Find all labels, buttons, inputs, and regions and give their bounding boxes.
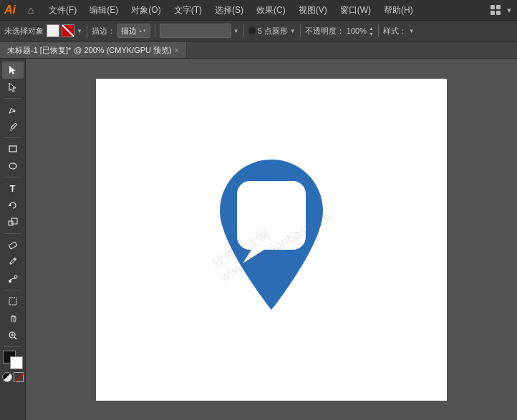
width-section: ▼ (160, 24, 239, 38)
tool-rectangle[interactable] (2, 140, 24, 157)
svg-point-3 (13, 110, 15, 112)
width-dropdown-arrow[interactable]: ▼ (233, 28, 239, 34)
tool-rotate[interactable] (2, 197, 24, 214)
svg-rect-6 (9, 146, 16, 152)
tab-title: 未标题-1 [已恢复]* (7, 45, 71, 56)
tool-separator-3 (4, 177, 21, 177)
menu-edit[interactable]: 编辑(E) (84, 3, 124, 18)
tool-separator-4 (4, 233, 21, 234)
svg-rect-4 (11, 123, 16, 129)
title-bar: Ai ⌂ 文件(F) 编辑(E) 对象(O) 文字(T) 选择(S) 效果(C)… (0, 0, 517, 20)
menu-effect[interactable]: 效果(C) (251, 3, 291, 18)
stroke-size-value: 5 (258, 26, 262, 35)
selection-label-section: 未选择对象 (4, 26, 44, 36)
fill-stroke-section: ▼ (47, 24, 82, 37)
canvas-area: 软件巴士网 www.ruanjianbas.com (26, 59, 517, 420)
stroke-section: 描边： 描边 ▲▼ (92, 24, 150, 38)
stroke-color-box[interactable] (62, 24, 74, 37)
fill-color-box[interactable] (47, 24, 59, 37)
svg-rect-15 (9, 298, 16, 305)
width-input[interactable] (160, 24, 231, 38)
style-dropdown-arrow[interactable]: ▼ (409, 28, 415, 34)
stroke-size-dropdown-arrow[interactable]: ▼ (290, 28, 296, 34)
tab-bar: 未标题-1 [已恢复]* @ 200% (CMYK/GPU 预览) × (0, 41, 517, 59)
tool-ellipse[interactable] (2, 157, 24, 175)
background-color[interactable] (10, 356, 23, 369)
menu-bar: 文件(F) 编辑(E) 对象(O) 文字(T) 选择(S) 效果(C) 视图(V… (43, 3, 484, 18)
stroke-shape-label: 点圆形 (264, 26, 288, 36)
opacity-label: 不透明度： (305, 26, 344, 36)
separator-4 (300, 24, 301, 37)
svg-marker-2 (9, 83, 16, 92)
menu-select[interactable]: 选择(S) (209, 3, 249, 18)
main-area: T (0, 59, 517, 420)
menu-type[interactable]: 文字(T) (168, 3, 208, 18)
separator-3 (243, 24, 244, 37)
tool-zoom[interactable] (2, 327, 24, 344)
stroke-size-dot (248, 27, 256, 34)
tool-hand[interactable] (2, 310, 24, 327)
style-label: 样式： (383, 26, 407, 36)
tool-separator-6 (4, 346, 21, 347)
tool-direct-selection[interactable] (2, 79, 24, 96)
workspace-switcher-icon[interactable] (488, 3, 503, 17)
tools-sidebar: T (0, 59, 26, 420)
tool-eraser[interactable] (2, 236, 24, 253)
color-dropdown-arrow[interactable]: ▼ (77, 28, 82, 34)
svg-marker-1 (9, 66, 16, 74)
style-section: 样式： ▼ (383, 26, 415, 36)
tool-separator-1 (4, 98, 21, 99)
svg-line-0 (62, 25, 74, 36)
menu-help[interactable]: 帮助(H) (378, 3, 419, 18)
svg-rect-21 (237, 181, 306, 250)
document-tab[interactable]: 未标题-1 [已恢复]* @ 200% (CMYK/GPU 预览) × (0, 42, 187, 58)
app-logo: Ai (4, 4, 16, 16)
opacity-section: 不透明度： 100% ▲▼ (305, 26, 374, 36)
svg-marker-8 (9, 203, 11, 206)
tab-subtitle: @ 200% (CMYK/GPU 预览) (74, 45, 171, 56)
canvas: 软件巴士网 www.ruanjianbas.com (96, 79, 447, 401)
separator-1 (87, 24, 87, 37)
menu-window[interactable]: 窗口(W) (334, 3, 377, 18)
svg-line-17 (14, 337, 16, 339)
none-mode-icon[interactable] (14, 372, 24, 382)
color-boxes[interactable] (3, 351, 23, 369)
separator-5 (378, 24, 379, 37)
tool-separator-5 (4, 290, 21, 290)
color-mode-buttons (2, 372, 24, 382)
home-icon[interactable]: ⌂ (23, 2, 39, 18)
svg-point-7 (9, 163, 16, 169)
tool-blend[interactable] (2, 270, 24, 288)
tool-selection[interactable] (2, 62, 24, 79)
tool-type[interactable]: T (2, 180, 24, 197)
tool-pencil[interactable] (2, 118, 24, 135)
tab-close-button[interactable]: × (175, 47, 179, 54)
type-tool-icon: T (10, 183, 16, 194)
svg-line-20 (15, 373, 24, 382)
svg-marker-5 (10, 130, 11, 131)
tool-artboard[interactable] (2, 293, 24, 310)
toolbar: 未选择对象 ▼ 描边： 描边 ▲▼ ▼ 5 点圆形 ▼ 不透明度： 100% ▲… (0, 20, 517, 41)
stroke-label: 描边： (92, 26, 115, 36)
svg-point-14 (14, 275, 17, 278)
stroke-dropdown[interactable]: 描边 ▲▼ (117, 24, 150, 38)
color-mode-icon[interactable] (2, 372, 12, 382)
tool-pen[interactable] (2, 101, 24, 118)
opacity-value: 100% (347, 26, 367, 35)
stroke-value-display: 描边 (121, 26, 137, 36)
icon-artwork (200, 152, 343, 326)
menu-file[interactable]: 文件(F) (43, 3, 82, 18)
no-selection-label: 未选择对象 (4, 26, 44, 36)
stroke-stepper[interactable]: ▲▼ (138, 29, 147, 33)
tool-scale[interactable] (2, 214, 24, 231)
menu-object[interactable]: 对象(O) (125, 3, 166, 18)
tool-eyedropper[interactable] (2, 253, 24, 270)
opacity-stepper[interactable]: ▲▼ (369, 26, 374, 36)
menu-view[interactable]: 视图(V) (293, 3, 333, 18)
svg-point-13 (9, 280, 11, 283)
stroke-size-section: 5 点圆形 ▼ (248, 26, 296, 36)
workspace-dropdown-arrow[interactable]: ▼ (506, 6, 513, 14)
title-bar-right: ▼ (488, 3, 513, 17)
separator-2 (155, 24, 155, 37)
pin-chat-icon (200, 152, 343, 324)
